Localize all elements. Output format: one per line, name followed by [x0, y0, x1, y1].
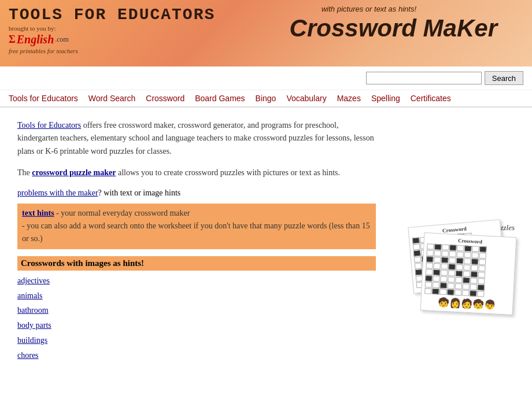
problems-text: ? with text or image hints [98, 188, 181, 197]
nav-mazes[interactable]: Mazes [337, 94, 361, 103]
nav-board-games[interactable]: Board Games [195, 94, 245, 103]
crosswords-images-title: Crosswords with images as hints! [17, 256, 376, 271]
nav-crossword[interactable]: Crossword [146, 94, 184, 103]
logo-english: English [17, 33, 54, 46]
search-input[interactable] [366, 72, 482, 84]
link-body-parts[interactable]: body parts [17, 319, 376, 332]
text-hints-desc: - your normal everyday crossword maker [56, 209, 190, 217]
intro-text-3: allows you to create crossword puzzles w… [118, 168, 340, 177]
nav-word-search[interactable]: Word Search [88, 94, 135, 103]
logo-com: .com [55, 35, 69, 44]
problems-link[interactable]: problems with the maker [17, 188, 98, 197]
text-hints-link[interactable]: text hints [22, 209, 54, 217]
content-left: Tools for Educators offers free crosswor… [17, 119, 376, 363]
intro-text-2: The [17, 168, 32, 177]
intro-paragraph: Tools for Educators offers free crosswor… [17, 119, 376, 158]
site-header: Tools for Educators brought to you by: Σ… [0, 0, 532, 66]
mini-grid-2 [424, 243, 512, 298]
header-free-text: free printables for teachers [9, 47, 523, 54]
logo-sigma-icon: Σ [9, 34, 16, 46]
text-hints-content: text hints - your normal everyday crossw… [22, 209, 190, 217]
puzzle-preview-container: Crossword Crossword [387, 223, 515, 356]
nav-spelling[interactable]: Spelling [371, 94, 400, 103]
link-bathroom[interactable]: bathroom [17, 304, 376, 317]
link-animals[interactable]: animals [17, 289, 376, 303]
header-subtitle: with pictures or text as hints! [322, 5, 416, 13]
link-buildings[interactable]: buildings [17, 334, 376, 348]
nav-tools-educators[interactable]: Tools for Educators [9, 94, 78, 103]
search-bar: Search [0, 66, 532, 90]
nav-bingo[interactable]: Bingo [256, 94, 276, 103]
crossword-maker-paragraph: The crossword puzzle maker allows you to… [17, 167, 376, 179]
header-maker-title: Crossword MaKer [290, 14, 497, 42]
nav-vocabulary[interactable]: Vocabulary [286, 94, 326, 103]
image-links-list: adjectives animals bathroom body parts b… [17, 274, 376, 363]
main-content: Tools for Educators offers free crosswor… [0, 108, 532, 374]
text-hints-section: text hints - your normal everyday crossw… [17, 204, 376, 249]
tools-educators-link[interactable]: Tools for Educators [17, 121, 81, 130]
puzzle-paper-2: Crossword 🧒👩🧑🧒👦 [420, 232, 517, 315]
crosswords-images-section: Crosswords with images as hints! adjecti… [17, 256, 376, 363]
link-adjectives[interactable]: adjectives [17, 274, 376, 288]
link-chores[interactable]: chores [17, 349, 376, 363]
nav-certificates[interactable]: Certificates [411, 94, 451, 103]
problems-line: problems with the maker? with text or im… [17, 188, 376, 198]
crossword-maker-link[interactable]: crossword puzzle maker [32, 168, 116, 177]
main-navigation: Tools for Educators Word Search Crosswor… [0, 90, 532, 108]
search-button[interactable]: Search [485, 71, 523, 85]
cartoon-figures: 🧒👩🧑🧒👦 [424, 296, 510, 312]
text-hints-extra: - you can also add a word search onto th… [22, 221, 370, 243]
content-right: Crossword Crossword [387, 119, 515, 363]
